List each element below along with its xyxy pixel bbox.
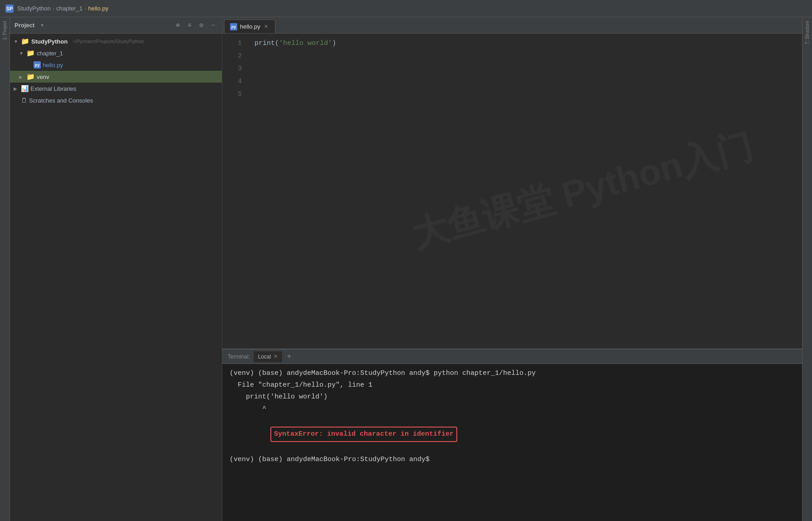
line-num-2: 2 (222, 50, 242, 63)
folder-icon-chapter1: 📁 (26, 49, 35, 57)
expand-arrow-extlibs: ▶ (14, 86, 19, 91)
terminal-tabs: Terminal: Local ✕ + (222, 349, 802, 364)
tree-label-hellopy: hello.py (43, 62, 63, 69)
expand-arrow-venv: ▶ (19, 74, 24, 79)
tree-item-venv[interactable]: ▶ 📁 venv (10, 71, 222, 83)
editor-terminal-container: py hello.py ✕ 1 2 3 4 5 print('hello wor… (222, 17, 802, 521)
breadcrumb-sep-2: › (84, 5, 86, 12)
code-line-3 (254, 63, 795, 75)
tab-py-icon: py (230, 23, 237, 30)
code-line-1: print('hello world') (254, 37, 795, 50)
tree-item-scratches[interactable]: ▶ 🗒 Scratches and Consoles (10, 94, 222, 106)
tree-subtitle-studypython: ~/PycharmProjects/StudyPython (72, 39, 144, 44)
terminal-area: Terminal: Local ✕ + (venv) (base) andyde… (222, 349, 802, 521)
terminal-print-line: print('hello world') (230, 391, 795, 403)
tree-label-venv: venv (37, 74, 49, 80)
terminal-tab-local[interactable]: Local ✕ (254, 351, 283, 362)
code-editor[interactable]: print('hello world') (247, 34, 802, 349)
editor-tabs: py hello.py ✕ (222, 17, 802, 34)
right-sidebar: 7: Structure (802, 17, 812, 521)
expand-arrow-studypython: ▼ (14, 39, 19, 44)
editor-tab-hellopy[interactable]: py hello.py ✕ (224, 20, 275, 33)
project-tree: ▼ 📁 StudyPython ~/PycharmProjects/StudyP… (10, 34, 222, 521)
tree-item-chapter1[interactable]: ▼ 📁 chapter_1 (10, 47, 222, 59)
tree-label-scratches: Scratches and Consoles (29, 97, 93, 104)
tree-label-chapter1: chapter_1 (37, 50, 63, 57)
editor-content[interactable]: 1 2 3 4 5 print('hello world') 大鱼课堂 Py (222, 34, 802, 349)
extlibs-icon: 📊 (21, 85, 29, 92)
code-paren-close: ) (332, 37, 336, 50)
project-toolbar: Project ▾ ⊕ ≡ ⚙ − (10, 17, 222, 34)
toolbar-gear-btn[interactable]: ⚙ (197, 21, 205, 29)
line-num-4: 4 (222, 75, 242, 88)
terminal-label: Terminal: (226, 352, 252, 362)
terminal-prompt-line: (venv) (base) andydeMacBook-Pro:StudyPyt… (230, 454, 795, 466)
project-label: Project (15, 22, 34, 29)
toolbar-minimize-btn[interactable]: − (209, 21, 217, 29)
scratches-icon: 🗒 (21, 97, 27, 104)
code-line-2 (254, 50, 795, 63)
breadcrumb-chapter: chapter_1 (56, 5, 83, 12)
code-line-5 (254, 88, 795, 101)
breadcrumb: StudyPython › chapter_1 › hello.py (17, 5, 108, 12)
editor-area: py hello.py ✕ 1 2 3 4 5 print('hello wor… (222, 17, 802, 349)
project-panel: Project ▾ ⊕ ≡ ⚙ − ▼ 📁 StudyPython ~/Pych… (10, 17, 222, 521)
tree-label-studypython: StudyPython (31, 38, 68, 45)
code-print-keyword: print (254, 37, 275, 50)
toolbar-globe-btn[interactable]: ⊕ (174, 21, 182, 29)
expand-arrow-chapter1: ▼ (19, 51, 24, 56)
folder-icon-studypython: 📁 (21, 37, 29, 45)
code-line-4 (254, 75, 795, 88)
terminal-command-line: (venv) (base) andydeMacBook-Pro:StudyPyt… (230, 368, 795, 379)
terminal-content[interactable]: (venv) (base) andydeMacBook-Pro:StudyPyt… (222, 364, 802, 521)
terminal-file-error-line: File "chapter_1/hello.py", line 1 (230, 379, 795, 391)
title-bar: SP StudyPython › chapter_1 › hello.py (0, 0, 812, 17)
structure-sidebar-label[interactable]: 7: Structure (805, 21, 810, 44)
terminal-tab-local-label: Local (258, 354, 271, 360)
syntax-error-text: SyntaxError: invalid character in identi… (270, 427, 457, 442)
line-numbers: 1 2 3 4 5 (222, 34, 247, 349)
breadcrumb-file: hello.py (88, 5, 108, 12)
line-num-1: 1 (222, 37, 242, 50)
main-layout: 1: Project Project ▾ ⊕ ≡ ⚙ − ▼ 📁 StudyPy… (0, 17, 812, 521)
terminal-caret-line: ^ (230, 403, 795, 415)
tree-item-hellopy[interactable]: py hello.py (10, 59, 222, 71)
toolbar-btn-arrow: ▾ (38, 21, 46, 29)
tab-close-btn[interactable]: ✕ (263, 24, 269, 30)
tab-filename: hello.py (240, 23, 260, 30)
terminal-syntax-error-line: SyntaxError: invalid character in identi… (230, 415, 795, 454)
python-file-icon-hellopy: py (34, 61, 41, 69)
line-num-3: 3 (222, 63, 242, 75)
folder-icon-venv: 📁 (26, 73, 35, 81)
tree-label-extlibs: External Libraries (30, 85, 76, 92)
app-icon: SP (5, 5, 14, 13)
code-string-squiggle: 'hello world' (279, 37, 332, 50)
project-sidebar-label[interactable]: 1: Project (2, 21, 7, 40)
code-paren-open: ( (275, 37, 279, 50)
terminal-add-tab-btn[interactable]: + (284, 352, 294, 362)
toolbar-settings-btn[interactable]: ≡ (186, 21, 194, 29)
breadcrumb-app: StudyPython (17, 5, 51, 12)
left-sidebar: 1: Project (0, 17, 10, 521)
tree-item-extlibs[interactable]: ▶ 📊 External Libraries (10, 83, 222, 94)
terminal-tab-local-close[interactable]: ✕ (274, 354, 278, 359)
breadcrumb-sep-1: › (53, 5, 54, 12)
tree-item-studypython[interactable]: ▼ 📁 StudyPython ~/PycharmProjects/StudyP… (10, 35, 222, 47)
line-num-5: 5 (222, 88, 242, 101)
